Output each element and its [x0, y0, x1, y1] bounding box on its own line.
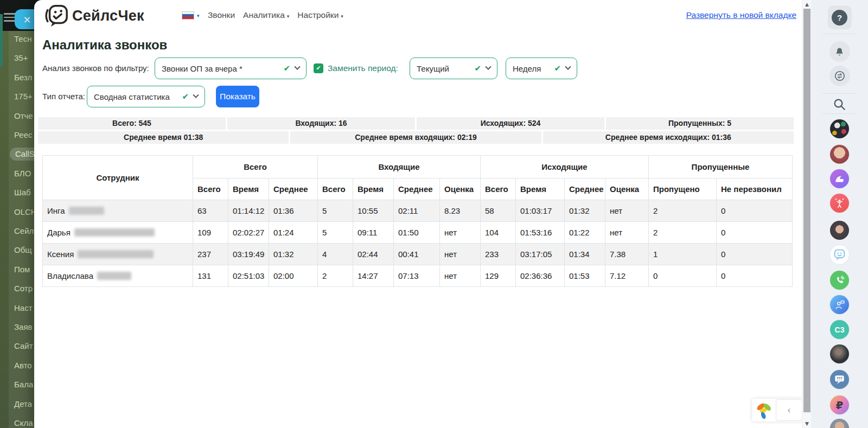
sidebar-item-Сайт[interactable]: Сайт	[14, 340, 33, 353]
person-chat-channel-icon[interactable]	[830, 295, 849, 314]
col-group-header: Пропущенные	[649, 156, 793, 178]
sidebar-item-Бала[interactable]: Бала	[14, 378, 33, 391]
sidebar-item-Шаб[interactable]: Шаб	[14, 186, 31, 199]
sidebar-item-БЛО[interactable]: БЛО	[14, 167, 31, 180]
avatar-flowers[interactable]	[830, 119, 849, 138]
col-header-employee: Сотрудник	[43, 156, 193, 200]
stat-cell: 0	[649, 265, 717, 287]
sidebar-item-Общ[interactable]: Общ	[14, 244, 32, 257]
summary-row-averages: Среднее время 01:38Среднее время входящи…	[38, 131, 794, 144]
period-unit-dropdown[interactable]: Неделя ✔	[506, 58, 577, 79]
period-dropdown[interactable]: Текущий ✔	[410, 58, 497, 79]
col-group-header: Исходящие	[481, 156, 649, 178]
search-icon[interactable]	[832, 97, 848, 113]
language-selector[interactable]: ▾	[182, 11, 200, 20]
stat-cell: 4	[318, 244, 353, 265]
sidebar-item-Скла[interactable]: Скла	[14, 417, 33, 428]
chevron-down-icon	[294, 64, 300, 70]
stat-cell: 0	[717, 265, 793, 287]
stat-cell: нет	[440, 244, 481, 265]
stat-cell: 2	[318, 265, 353, 287]
col-subheader: Среднее	[394, 178, 440, 200]
hamburger-menu-icon[interactable]	[4, 13, 16, 22]
sidebar-item-Пом[interactable]: Пом	[14, 263, 30, 276]
ruble-channel-icon[interactable]: ₽	[830, 395, 849, 414]
help-button[interactable]: ?	[828, 5, 852, 29]
stat-cell: 01:22	[565, 222, 605, 244]
sidebar-item-OLCH[interactable]: OLCH	[14, 206, 37, 219]
avatar-woman-dark-hair[interactable]	[830, 221, 849, 240]
col-subheader: Всего	[318, 178, 353, 200]
summary-row-totals: Всего: 545Входящих: 16Исходящих: 524Проп…	[38, 117, 794, 130]
scrollbar-thumb[interactable]	[803, 9, 810, 412]
nav-analytics[interactable]: Аналитика▾	[243, 10, 289, 20]
stat-cell: 01:32	[269, 244, 318, 265]
scroll-down-icon[interactable]: ▼	[802, 421, 812, 426]
people-chat-channel-icon[interactable]	[830, 370, 849, 389]
sidebar-item-175+[interactable]: 175+	[14, 90, 33, 103]
notifications-button[interactable]	[829, 41, 850, 62]
widget-collapse-button[interactable]: ‹	[776, 399, 802, 421]
table-row: Инга6301:14:1201:36510:5502:118.235801:0…	[43, 200, 793, 222]
transfer-button[interactable]	[829, 66, 850, 86]
avatar-dark-person[interactable]	[830, 344, 849, 363]
stat-cell: нет	[440, 265, 481, 287]
stat-cell: 109	[193, 222, 228, 244]
replace-period-checkbox[interactable]: ✔	[314, 63, 323, 73]
check-icon: ✔	[283, 63, 290, 73]
app-root: Тесн35+Безл175+ОтчеРеесCallSБЛОШабOLCHСе…	[0, 0, 868, 428]
stat-cell: 5	[318, 200, 353, 222]
logo-text: СейлсЧек	[72, 3, 144, 29]
employee-name: Владислава	[43, 265, 193, 287]
sidebar-item-Тесн[interactable]: Тесн	[14, 33, 31, 46]
table-row: Владислава13102:51:0302:00214:2707:13нет…	[43, 265, 793, 287]
check-icon: ✔	[182, 92, 189, 101]
expand-new-tab-link[interactable]: Развернуть в новой вкладке	[686, 10, 796, 20]
redacted-surname	[97, 272, 131, 280]
show-button[interactable]: Показать	[216, 86, 259, 107]
sidebar-item-Дета[interactable]: Дета	[14, 398, 32, 411]
chat-widget: ‹	[752, 399, 802, 421]
wave-channel-icon[interactable]	[830, 169, 849, 188]
stat-cell: 10:55	[353, 200, 394, 222]
report-type-dropdown[interactable]: Сводная статистика ✔	[87, 86, 205, 107]
sidebar-item-Наст[interactable]: Наст	[14, 302, 33, 315]
sidebar-item-Сотр[interactable]: Сотр	[14, 282, 33, 295]
report-type-value: Сводная статистика	[94, 92, 178, 101]
person-money-channel-icon[interactable]	[830, 194, 849, 213]
col-group-header: Входящие	[318, 156, 481, 178]
avatar-partial-bottom[interactable]	[830, 419, 849, 428]
call-stats-table: СотрудникВсегоВходящиеИсходящиеПропущенн…	[42, 155, 793, 287]
vertical-scrollbar[interactable]: ▲ ▼	[802, 0, 811, 428]
sidebar-item-Безл[interactable]: Безл	[14, 71, 32, 84]
sidebar-item-Сейл[interactable]: Сейл	[14, 225, 34, 238]
c3-badge[interactable]: C3	[830, 320, 849, 339]
phone-channel-icon[interactable]	[830, 271, 849, 290]
employee-name: Ксения	[43, 244, 193, 265]
sidebar-item-Реес[interactable]: Реес	[14, 129, 33, 142]
summary-stat: Всего: 545	[38, 117, 226, 130]
sidebar-item-Отче[interactable]: Отче	[14, 110, 33, 123]
widget-logo-icon[interactable]	[752, 399, 776, 421]
salescheck-smiley-icon[interactable]	[830, 245, 849, 264]
stat-cell: 7.12	[605, 265, 649, 287]
filter-dropdown[interactable]: Звонки ОП за вчера * ✔	[155, 58, 307, 79]
sidebar-item-35+[interactable]: 35+	[14, 52, 28, 65]
salescheck-logo-icon	[44, 3, 69, 28]
col-subheader: Всего	[193, 178, 228, 200]
scroll-up-icon[interactable]: ▲	[802, 2, 812, 7]
nav-calls[interactable]: Звонки	[208, 10, 235, 20]
employee-name: Инга	[43, 200, 193, 222]
sidebar-item-Заяв[interactable]: Заяв	[14, 321, 33, 334]
avatar-woman-glasses[interactable]	[830, 145, 849, 164]
nav-settings[interactable]: Настройки▾	[297, 10, 343, 20]
stat-cell: 02:00	[269, 265, 318, 287]
stat-cell: нет	[605, 200, 649, 222]
col-group-header: Всего	[193, 156, 318, 178]
sidebar-item-Авто[interactable]: Авто	[14, 359, 32, 372]
stat-cell: 58	[481, 200, 516, 222]
stat-cell: 0	[717, 244, 793, 265]
stat-cell: 8.23	[440, 200, 481, 222]
rail-divider	[822, 93, 857, 94]
stat-cell: 03:19:49	[228, 244, 269, 265]
